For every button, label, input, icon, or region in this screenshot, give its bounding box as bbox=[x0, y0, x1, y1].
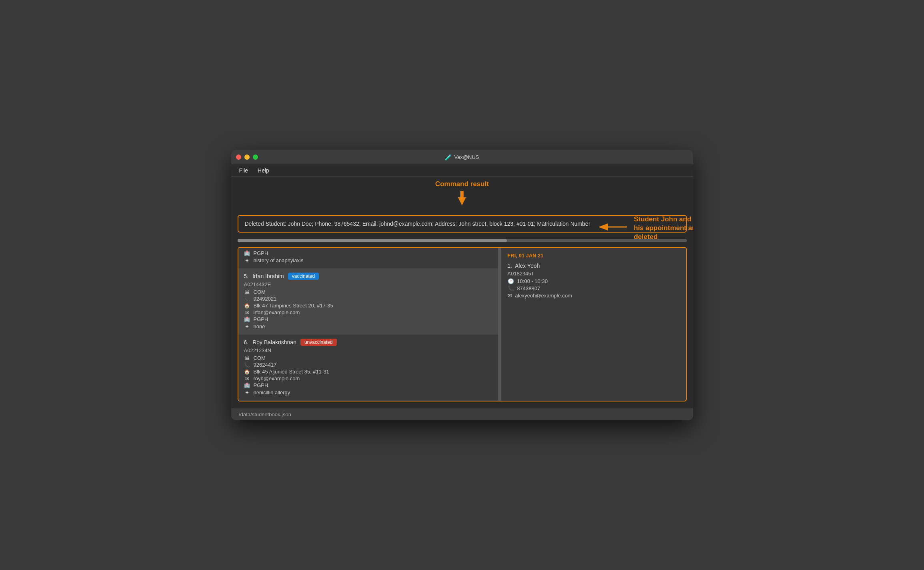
building-icon: 🏛 bbox=[244, 289, 250, 295]
home-icon: 🏠 bbox=[244, 303, 250, 309]
content-area: Command result Deleted Student: John Doe… bbox=[231, 177, 693, 408]
student-6-faculty-text: COM bbox=[254, 355, 266, 361]
partial-item: 🏥 PGPH + history of anaphylaxis bbox=[238, 248, 498, 269]
panels-wrapper: Student John and his appointment are del… bbox=[238, 247, 687, 401]
student-5-matric: A0214432E bbox=[244, 281, 492, 287]
student-5-hall-text: PGPH bbox=[254, 316, 268, 322]
student-item-5[interactable]: 5. Irfan Ibrahim vaccinated A0214432E 🏛 … bbox=[238, 269, 498, 335]
student-item-6[interactable]: 6. Roy Balakrishnan unvaccinated A022123… bbox=[238, 335, 498, 401]
right-panel: FRI, 01 JAN 21 1. Alex Yeoh A0182345T 🕐 … bbox=[501, 248, 686, 401]
partial-hall-text: PGPH bbox=[254, 250, 268, 256]
menu-file[interactable]: File bbox=[238, 167, 250, 175]
appointment-matric: A0182345T bbox=[508, 271, 680, 277]
phone-icon-appt: 📞 bbox=[508, 285, 514, 291]
title-text: Vax@NUS bbox=[454, 154, 479, 160]
student-6-number: 6. bbox=[244, 339, 249, 345]
minimize-button[interactable] bbox=[244, 155, 250, 160]
student-5-phone-text: 92492021 bbox=[254, 296, 277, 302]
menu-help[interactable]: Help bbox=[256, 167, 271, 175]
medical-icon-5: + bbox=[244, 323, 250, 329]
student-6-faculty: 🏛 COM bbox=[244, 355, 492, 361]
appt-name-text: Alex Yeoh bbox=[515, 263, 540, 269]
hall-icon-6: 🏥 bbox=[244, 383, 250, 388]
appointment-email: ✉ alexyeoh@example.com bbox=[508, 293, 680, 299]
student-6-address-text: Blk 45 Aljunied Street 85, #11-31 bbox=[254, 369, 329, 375]
email-icon-appt: ✉ bbox=[508, 293, 512, 299]
student-5-email-text: irfan@example.com bbox=[254, 309, 300, 315]
hospital-icon: 🏥 bbox=[244, 251, 250, 256]
phone-icon: 📞 bbox=[244, 296, 250, 302]
command-result-arrow bbox=[435, 190, 489, 206]
status-path: ./data/studentbook.json bbox=[238, 411, 291, 417]
appointment-number: 1. Alex Yeoh bbox=[508, 263, 680, 269]
fullscreen-button[interactable] bbox=[253, 155, 258, 160]
email-icon-6: ✉ bbox=[244, 376, 250, 381]
title-bar: 🧪 Vax@NUS bbox=[231, 150, 693, 165]
student-5-hall: 🏥 PGPH bbox=[244, 316, 492, 322]
student-6-hall: 🏥 PGPH bbox=[244, 382, 492, 388]
panel-divider[interactable] bbox=[498, 248, 501, 401]
appt-phone-text: 87438807 bbox=[517, 285, 540, 291]
student-6-header: 6. Roy Balakrishnan unvaccinated bbox=[244, 339, 492, 346]
svg-marker-0 bbox=[458, 191, 466, 205]
scrollbar-thumb[interactable] bbox=[238, 239, 507, 242]
student-5-email: ✉ irfan@example.com bbox=[244, 309, 492, 315]
student-5-number: 5. bbox=[244, 273, 249, 279]
building-icon-6: 🏛 bbox=[244, 355, 250, 361]
partial-medical: + history of anaphylaxis bbox=[244, 257, 492, 263]
student-6-badge: unvaccinated bbox=[300, 339, 337, 346]
student-6-phone-text: 92624417 bbox=[254, 362, 277, 368]
student-6-email: ✉ royb@example.com bbox=[244, 375, 492, 381]
appointment-time: 🕐 10:00 - 10:30 bbox=[508, 278, 680, 284]
appt-email-text: alexyeoh@example.com bbox=[515, 293, 572, 299]
phone-icon-6: 📞 bbox=[244, 362, 250, 368]
home-icon-6: 🏠 bbox=[244, 369, 250, 375]
medical-icon-6: + bbox=[244, 389, 250, 395]
student-5-address: 🏠 Blk 47 Tampines Street 20, #17-35 bbox=[244, 303, 492, 309]
student-6-medical: + penicillin allergy bbox=[244, 389, 492, 395]
john-annotation-container: Student John and his appointment are del… bbox=[599, 215, 693, 241]
traffic-lights bbox=[236, 155, 258, 160]
student-6-hall-text: PGPH bbox=[254, 382, 268, 388]
student-6-email-text: royb@example.com bbox=[254, 375, 300, 381]
clock-icon: 🕐 bbox=[508, 278, 514, 284]
hall-icon: 🏥 bbox=[244, 317, 250, 322]
left-panel: 🏥 PGPH + history of anaphylaxis 5. Irfan… bbox=[238, 248, 498, 401]
john-annotation-text: Student John and his appointment are del… bbox=[634, 215, 693, 241]
student-6-medical-text: penicillin allergy bbox=[254, 389, 290, 395]
student-5-phone: 📞 92492021 bbox=[244, 296, 492, 302]
partial-medical-text: history of anaphylaxis bbox=[254, 257, 304, 263]
status-bar: ./data/studentbook.json bbox=[231, 408, 693, 420]
close-button[interactable] bbox=[236, 155, 241, 160]
student-5-medical: + none bbox=[244, 323, 492, 329]
appt-time-text: 10:00 - 10:30 bbox=[517, 278, 548, 284]
student-5-badge: vaccinated bbox=[288, 273, 319, 280]
appt-num-text: 1. bbox=[508, 263, 512, 269]
app-icon: 🧪 bbox=[445, 154, 452, 161]
student-6-matric: A0221234N bbox=[244, 347, 492, 353]
student-5-faculty: 🏛 COM bbox=[244, 289, 492, 295]
main-window: 🧪 Vax@NUS File Help Command result Delet… bbox=[231, 150, 693, 420]
student-6-address: 🏠 Blk 45 Aljunied Street 85, #11-31 bbox=[244, 369, 492, 375]
student-5-address-text: Blk 47 Tampines Street 20, #17-35 bbox=[254, 303, 333, 309]
annotation-arrow-john bbox=[599, 215, 631, 239]
window-title: 🧪 Vax@NUS bbox=[445, 154, 479, 161]
command-result-annotation: Command result bbox=[435, 180, 489, 189]
medical-icon: + bbox=[244, 257, 250, 263]
appointment-date: FRI, 01 JAN 21 bbox=[508, 253, 680, 259]
email-icon: ✉ bbox=[244, 310, 250, 315]
student-5-header: 5. Irfan Ibrahim vaccinated bbox=[244, 273, 492, 280]
menu-bar: File Help bbox=[231, 165, 693, 177]
student-5-medical-text: none bbox=[254, 323, 265, 329]
partial-hall: 🏥 PGPH bbox=[244, 250, 492, 256]
student-5-faculty-text: COM bbox=[254, 289, 266, 295]
student-6-phone: 📞 92624417 bbox=[244, 362, 492, 368]
student-5-name: Irfan Ibrahim bbox=[252, 273, 284, 279]
student-6-name: Roy Balakrishnan bbox=[252, 339, 296, 345]
appointment-phone: 📞 87438807 bbox=[508, 285, 680, 291]
main-panels: 🏥 PGPH + history of anaphylaxis 5. Irfan… bbox=[238, 247, 687, 401]
